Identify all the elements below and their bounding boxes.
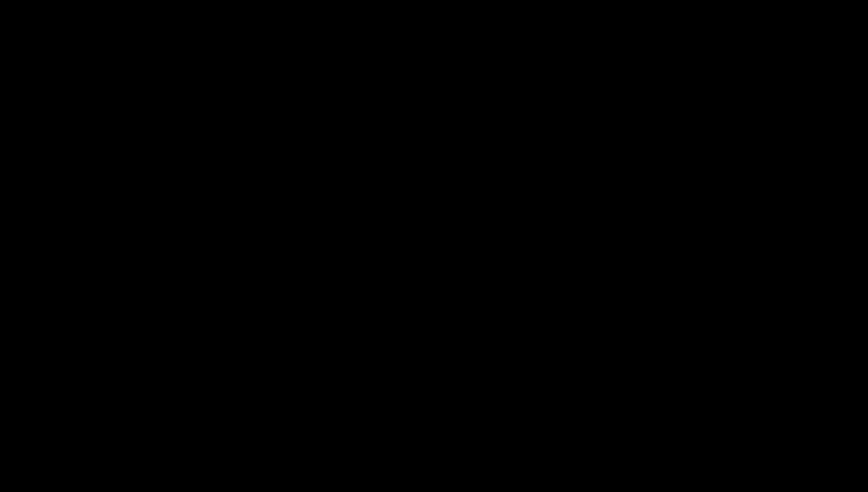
- screenshot-montage-grid: [0, 0, 868, 492]
